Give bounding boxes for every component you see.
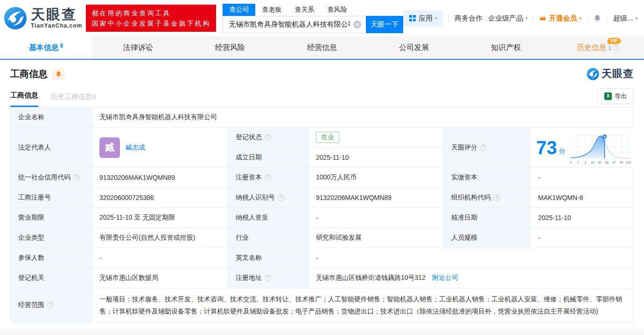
svg-text:15: 15 [591,161,595,164]
table-row: 经营范围 ? 一般项目：技术服务、技术开发、技术咨询、技术交流、技术转让、技术推… [11,288,633,322]
table-row: 统一社会信用代码 ? 91320206MAK1WQMN89 注册资本 ? 100… [11,168,633,188]
industry-value: 研究和试验发展 [308,228,444,248]
help-icon[interactable]: ? [480,144,487,151]
tab-label: 经营风险 [215,43,245,53]
page-bottom-strip [0,329,644,335]
search-tab-risk[interactable]: 查风险 [321,4,353,16]
legal-rep-link[interactable]: 臧志成 [126,143,145,152]
search-tab-relation[interactable]: 查关系 [288,4,321,16]
field-label-with-help: 经营范围 ? [11,288,92,322]
open-vip-label: 开通会员 [549,14,577,23]
search-input[interactable] [223,21,366,29]
taxpayer-id-value: 91320206MAK1WQMN89 [308,188,444,207]
divider [607,15,608,22]
tab-history-info[interactable]: VIP 历史信息 1 ? [552,36,644,59]
tab-operation-info[interactable]: 经营信息 [276,36,368,59]
help-icon[interactable]: ? [265,174,271,181]
nearby-companies-link[interactable]: 附近公司 [432,274,458,282]
svg-text:1: 1 [577,161,579,164]
company-name-value: 无锡市凯奇具身智能机器人科技有限公司 [92,107,633,127]
svg-text:85: 85 [605,161,609,164]
nested-cells: 登记状态 ? 在业 成立日期 2025-11-10 [228,128,444,167]
business-cooperation-link[interactable]: 商务合作 [455,14,483,23]
divider [533,15,533,22]
reg-address-value: 无锡市惠山区钱桥街道钱藕路10号312 [316,274,426,282]
field-label-with-help: 注册地址 ? [228,268,308,288]
notification-bell-icon[interactable] [593,14,602,22]
svg-text:0: 0 [570,161,572,164]
field-label: 法定代表人 [11,128,92,167]
field-label: 参保人数 [11,248,92,268]
open-vip-menu[interactable]: 开通会员 ▾ [539,14,581,23]
slogan-badge: 都在用的商业查询工具 国家中小企业发展子基金旗下机构 [86,5,216,32]
tab-legal-litigation[interactable]: 法律诉讼 [92,36,184,59]
tianyancha-logo[interactable]: 天眼查 TianYanCha.com [4,7,82,30]
svg-text:99: 99 [619,161,623,164]
search-tab-company[interactable]: 查公司 [223,4,255,16]
crown-icon [539,14,546,22]
tab-label: 知识产权 [491,43,521,53]
tab-intellectual-property[interactable]: 知识产权 [460,36,552,59]
field-label-with-help: 注册资本 ? [228,168,308,187]
table-row: 登记状态 ? 在业 [228,128,443,148]
tab-company-development[interactable]: 公司发展 [368,36,460,59]
score-unit: 分 [559,147,566,156]
tianyancha-watermark: 天眼查 [587,67,634,81]
field-label: 人员规模 [444,228,531,248]
svg-text:3: 3 [584,161,586,164]
tab-basic-info[interactable]: 基本信息 6 [0,36,92,59]
score-value: 73 [536,138,557,157]
tab-label: 公司发展 [399,43,429,53]
help-icon[interactable]: ? [47,302,54,308]
help-icon[interactable]: ? [73,174,80,181]
field-label: 登记状态 [236,133,262,142]
chevron-down-icon: ▾ [525,16,528,21]
apps-menu[interactable]: 应用 ▾ [403,10,443,27]
tab-count: 6 [60,43,63,49]
slogan-line2: 国家中小企业发展子基金旗下机构 [91,18,210,29]
tab-operation-risk[interactable]: 经营风险 [184,36,276,59]
chevron-down-icon: ▾ [435,16,437,21]
account-label: 超级... [613,14,633,23]
field-label: 行业 [228,228,308,248]
export-button[interactable]: X 导出 [597,88,634,104]
table-row: 成立日期 2025-11-10 [228,148,443,167]
apps-label: 应用 [419,14,433,23]
svg-text:100: 100 [626,161,631,164]
help-icon[interactable]: ? [278,194,284,201]
tab-label: 法律诉讼 [123,43,153,53]
help-icon[interactable]: ? [493,194,500,201]
table-row: 企业名称 无锡市凯奇具身智能机器人科技有限公司 [11,107,633,128]
reg-status-cell: 在业 [308,128,443,147]
account-menu[interactable]: 超级... ▾ [613,14,637,23]
subtab-history-business-info[interactable]: 历史工商信息0 [50,93,96,107]
enterprise-products-menu[interactable]: 企业级产品 ▾ [488,14,528,23]
search-button[interactable]: 天眼一下 [366,16,403,33]
help-icon[interactable]: ? [613,44,619,51]
score-cell: 73 分 0 [531,128,635,167]
field-label: 天眼评分 [451,143,477,152]
reg-address-cell: 无锡市惠山区钱桥街道钱藕路10号312 附近公司 [308,268,633,288]
legal-rep-cell: 臧 臧志成 [92,128,228,167]
tianyancha-logo-icon [587,68,599,80]
search-tabs: 查公司 查老板 查关系 查风险 [223,4,403,16]
export-label: 导出 [615,92,627,100]
avatar[interactable]: 臧 [99,137,120,158]
subtab-business-info[interactable]: 工商信息 [10,91,38,107]
help-icon[interactable]: ? [265,275,271,281]
header-nav: 应用 ▾ 商务合作 企业级产品 ▾ 开通会员 ▾ 超级... ▾ [403,10,637,27]
table-row: 企业类型 有限责任公司(自然人投资或控股) 行业 研究和试验发展 人员规模 - [11,228,633,248]
bell-icon [55,71,62,78]
clear-icon[interactable]: ✕ [353,21,361,29]
monitor-bell-chip[interactable] [52,68,64,80]
subtabs-row: 工商信息 历史工商信息0 X 导出 [0,81,644,107]
table-row: 登记机关 无锡市惠山区数据局 注册地址 ? 无锡市惠山区钱桥街道钱藕路10号31… [11,268,633,288]
field-label-with-help: 组织机构代码 ? [444,188,531,207]
search-tab-boss[interactable]: 查老板 [255,4,288,16]
field-label: 注册地址 [236,274,262,282]
help-icon[interactable]: ? [265,134,271,141]
business-info-table: 企业名称 无锡市凯奇具身智能机器人科技有限公司 法定代表人 臧 臧志成 登记状态… [10,107,634,322]
company-type-value: 有限责任公司(自然人投资或控股) [92,228,228,248]
tab-count: 1 [608,44,611,51]
establish-date-value: 2025-11-10 [308,148,443,167]
